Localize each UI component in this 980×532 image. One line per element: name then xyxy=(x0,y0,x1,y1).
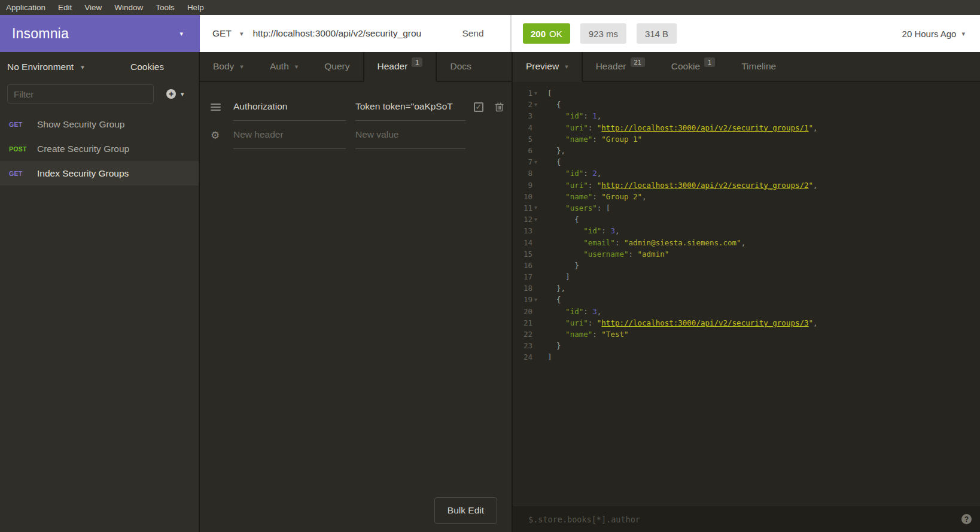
code-line: 24] xyxy=(513,351,980,363)
response-link[interactable]: http://localhost:3000/api/v2/security_gr… xyxy=(601,181,808,190)
code-text: ] xyxy=(547,352,552,361)
menu-edit[interactable]: Edit xyxy=(58,3,72,12)
environment-dropdown[interactable]: No Environment ▾ xyxy=(7,62,84,72)
tab-label: Cookie xyxy=(671,61,700,72)
help-icon[interactable]: ? xyxy=(961,514,972,524)
code-text: { xyxy=(547,157,561,166)
menu-window[interactable]: Window xyxy=(114,3,143,12)
create-request-dropdown[interactable]: + ▾ xyxy=(166,89,184,99)
code-token: : xyxy=(583,307,592,316)
chevron-down-icon: ▾ xyxy=(179,31,183,37)
menu-tools[interactable]: Tools xyxy=(156,3,175,12)
code-text: } xyxy=(547,341,561,350)
fold-arrow-icon[interactable]: ▾ xyxy=(532,159,547,165)
request-tab-query[interactable]: Query xyxy=(311,52,363,81)
code-token: "email" xyxy=(583,238,615,247)
code-line: 12▾ { xyxy=(513,214,980,225)
code-line: 1▾[ xyxy=(513,87,980,99)
method-label: GET xyxy=(212,28,232,39)
url-input[interactable]: http://localhost:3000/api/v2/security_gr… xyxy=(252,28,457,39)
request-tab-header[interactable]: Header1 xyxy=(363,52,437,82)
code-token: , xyxy=(813,123,818,132)
sidebar-request-show-security-group[interactable]: GETShow Security Group xyxy=(0,112,199,136)
response-tab-timeline[interactable]: Timeline xyxy=(728,52,789,81)
menu-view[interactable]: View xyxy=(84,3,102,12)
sidebar-request-create-security-group[interactable]: POSTCreate Security Group xyxy=(0,136,199,161)
response-tab-header[interactable]: Header21 xyxy=(583,52,658,81)
line-number: 9 xyxy=(513,181,532,190)
fold-arrow-icon[interactable]: ▾ xyxy=(532,205,547,211)
code-token: "uri" xyxy=(565,318,588,327)
tab-label: Timeline xyxy=(741,61,776,72)
response-link[interactable]: http://localhost:3000/api/v2/security_gr… xyxy=(601,318,808,327)
code-token: 1 xyxy=(592,111,597,120)
response-tab-preview[interactable]: Preview▾ xyxy=(513,52,583,82)
code-text: { xyxy=(547,215,579,224)
code-line: 15 "username": "admin" xyxy=(513,248,980,260)
code-line: 21 "uri": "http://localhost:3000/api/v2/… xyxy=(513,317,980,329)
new-header-value-input[interactable] xyxy=(355,129,465,140)
code-token: }, xyxy=(547,146,565,155)
code-text: "id": 1, xyxy=(547,111,601,120)
request-tab-auth[interactable]: Auth▾ xyxy=(257,52,311,81)
code-line: 3 "id": 1, xyxy=(513,110,980,121)
code-token: : xyxy=(588,181,597,190)
request-tab-body[interactable]: Body▾ xyxy=(200,52,257,81)
send-button[interactable]: Send xyxy=(462,28,483,39)
code-line: 11▾ "users": [ xyxy=(513,202,980,214)
code-token: , xyxy=(813,318,818,327)
trash-icon[interactable] xyxy=(495,102,504,112)
line-number: 17 xyxy=(513,272,532,281)
code-token xyxy=(547,226,583,235)
code-token: "name" xyxy=(565,192,592,201)
gear-icon[interactable]: ⚙ xyxy=(211,129,223,141)
code-token: : xyxy=(592,192,601,201)
workspace-dropdown[interactable]: Insomnia ▾ xyxy=(0,15,200,52)
fold-arrow-icon[interactable]: ▾ xyxy=(532,90,547,96)
code-token: , xyxy=(597,111,602,120)
menu-application[interactable]: Application xyxy=(6,3,45,12)
response-history-dropdown[interactable]: 20 Hours Ago ▾ xyxy=(902,29,965,39)
new-header-name-input[interactable] xyxy=(233,129,346,140)
line-number: 16 xyxy=(513,261,532,270)
response-link[interactable]: http://localhost:3000/api/v2/security_gr… xyxy=(601,123,808,132)
menu-help[interactable]: Help xyxy=(187,3,204,12)
code-token: "admin" xyxy=(638,250,669,259)
code-token: "uri" xyxy=(565,123,588,132)
line-number: 22 xyxy=(513,330,532,339)
fold-arrow-icon[interactable]: ▾ xyxy=(532,102,547,108)
bulk-edit-button[interactable]: Bulk Edit xyxy=(434,497,497,524)
code-token: { xyxy=(547,295,561,304)
code-text: } xyxy=(547,261,579,270)
code-token xyxy=(547,307,565,316)
code-line: 8 "id": 2, xyxy=(513,168,980,179)
code-token: 3 xyxy=(610,226,615,235)
code-token: , xyxy=(741,238,746,247)
code-token: { xyxy=(547,157,561,166)
code-token: : xyxy=(583,169,592,178)
code-line: 17 ] xyxy=(513,271,980,282)
plus-circle-icon: + xyxy=(166,89,176,99)
fold-arrow-icon[interactable]: ▾ xyxy=(532,217,547,223)
sidebar-filter-input[interactable] xyxy=(7,84,154,104)
jsonpath-filter-input[interactable] xyxy=(513,515,961,524)
header-name-field[interactable]: Authorization xyxy=(233,93,346,121)
code-text: "name": "Group 2", xyxy=(547,192,647,201)
code-text: "uri": "http://localhost:3000/api/v2/sec… xyxy=(547,318,818,327)
request-tab-docs[interactable]: Docs xyxy=(437,52,484,81)
response-tab-cookie[interactable]: Cookie1 xyxy=(658,52,728,81)
line-number: 21 xyxy=(513,318,532,327)
code-token: , xyxy=(615,226,620,235)
sidebar-request-index-security-groups[interactable]: GETIndex Security Groups xyxy=(0,161,199,186)
tab-label: Preview xyxy=(526,61,559,72)
sidebar-filter-row: + ▾ xyxy=(0,82,199,104)
cookies-button[interactable]: Cookies xyxy=(130,62,164,72)
drag-handle-icon[interactable] xyxy=(211,104,223,111)
status-text: OK xyxy=(549,29,562,39)
method-dropdown[interactable]: GET ▾ xyxy=(212,28,243,39)
line-number: 14 xyxy=(513,238,532,247)
header-enabled-checkbox[interactable]: ✓ xyxy=(474,102,483,112)
size-badge: 314 B xyxy=(637,23,677,44)
fold-arrow-icon[interactable]: ▾ xyxy=(532,297,547,303)
header-value-field[interactable]: Token token="oaKpSoT xyxy=(355,93,465,121)
